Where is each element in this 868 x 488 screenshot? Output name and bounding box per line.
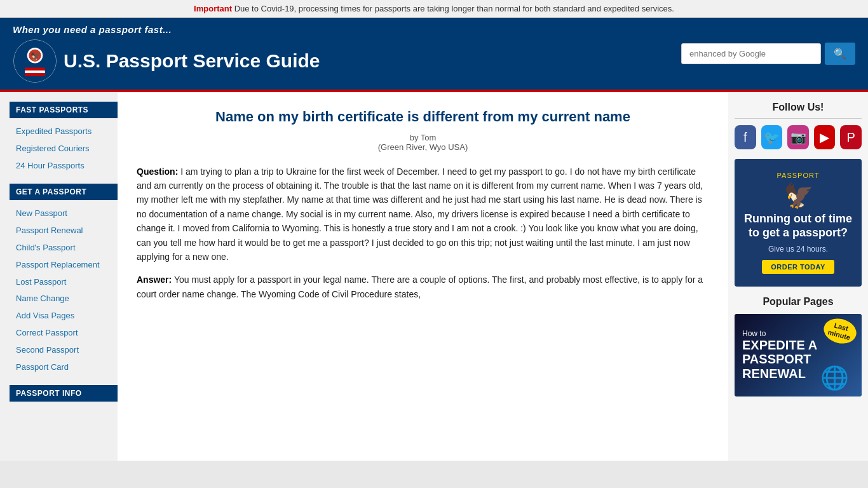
sidebar-item-name-change[interactable]: Name Change bbox=[10, 290, 118, 308]
alert-bar: Important Due to Covid-19, processing ti… bbox=[0, 0, 868, 18]
answer-text: You must apply for a passport in your le… bbox=[137, 274, 703, 299]
get-passport-title: GET A PASSPORT bbox=[10, 184, 118, 200]
social-icons: f 🐦 📷 ▶ P bbox=[735, 125, 862, 149]
article-byline: by Tom (Green River, Wyo USA) bbox=[137, 133, 709, 152]
popular-img-renewal-text: RENEWAL bbox=[742, 367, 806, 381]
twitter-icon[interactable]: 🐦 bbox=[761, 125, 783, 149]
site-tagline: When you need a passport fast... bbox=[13, 24, 172, 35]
article-title: Name on my birth certificate is differen… bbox=[137, 108, 709, 126]
article-question: Question: I am trying to plan a trip to … bbox=[137, 165, 709, 264]
instagram-icon[interactable]: 📷 bbox=[787, 125, 809, 149]
globe-icon: 🌐 bbox=[820, 365, 849, 391]
popular-img-expedite-text: EXPEDITE A bbox=[742, 338, 817, 352]
sidebar-item-registered-couriers[interactable]: Registered Couriers bbox=[10, 140, 118, 158]
sidebar-item-lost-passport[interactable]: Lost Passport bbox=[10, 274, 118, 291]
sidebar-item-passport-card[interactable]: Passport Card bbox=[10, 359, 118, 376]
left-sidebar: FAST PASSPORTS Expedited Passports Regis… bbox=[0, 92, 118, 461]
fast-passports-title: FAST PASSPORTS bbox=[10, 102, 118, 118]
search-area: 🔍 bbox=[681, 43, 855, 65]
passport-info-title: PASSPORT INFO bbox=[10, 385, 118, 402]
follow-divider bbox=[735, 118, 862, 119]
sidebar-item-add-visa-pages[interactable]: Add Visa Pages bbox=[10, 308, 118, 325]
search-icon: 🔍 bbox=[834, 48, 846, 59]
pinterest-icon[interactable]: P bbox=[840, 125, 862, 149]
popular-pages-title: Popular Pages bbox=[735, 296, 862, 308]
sidebar-item-correct-passport[interactable]: Correct Passport bbox=[10, 325, 118, 342]
sidebar-item-expedited-passports[interactable]: Expedited Passports bbox=[10, 123, 118, 140]
passport-info-section: PASSPORT INFO bbox=[10, 385, 118, 402]
search-button[interactable]: 🔍 bbox=[825, 43, 855, 65]
main-content: Name on my birth certificate is differen… bbox=[118, 92, 728, 461]
svg-rect-4 bbox=[25, 68, 45, 71]
sidebar-item-24-hour-passports[interactable]: 24 Hour Passports bbox=[10, 158, 118, 175]
alert-prefix: Important bbox=[194, 4, 232, 13]
sidebar-item-passport-replacement[interactable]: Passport Replacement bbox=[10, 257, 118, 274]
question-text: I am trying to plan a trip to Ukraine fo… bbox=[137, 166, 703, 262]
site-header: When you need a passport fast... 🦅 U.S. … bbox=[0, 18, 868, 90]
site-logo-icon: 🦅 bbox=[13, 39, 57, 83]
youtube-icon[interactable]: ▶ bbox=[814, 125, 836, 149]
ad-subheadline: Give us 24 hours. bbox=[744, 245, 852, 254]
header-left: When you need a passport fast... 🦅 U.S. … bbox=[13, 24, 320, 83]
us-seal-icon: 🦅 bbox=[744, 182, 852, 210]
byline-location: (Green River, Wyo USA) bbox=[137, 142, 709, 152]
alert-message: Due to Covid-19, processing times for pa… bbox=[234, 4, 674, 13]
svg-text:🦅: 🦅 bbox=[31, 51, 41, 62]
question-label: Question: bbox=[137, 166, 178, 177]
ad-passport-label: PASSPORT bbox=[744, 172, 852, 179]
popular-img-how-text: How to bbox=[742, 329, 766, 338]
answer-label: Answer: bbox=[137, 274, 172, 285]
byline-author: by Tom bbox=[137, 133, 709, 142]
svg-rect-5 bbox=[25, 71, 45, 73]
ad-cta-button[interactable]: ORDER TODAY bbox=[762, 260, 834, 274]
facebook-icon[interactable]: f bbox=[735, 125, 756, 149]
main-container: FAST PASSPORTS Expedited Passports Regis… bbox=[0, 92, 868, 461]
sidebar-item-second-passport[interactable]: Second Passport bbox=[10, 342, 118, 359]
sidebar-item-childs-passport[interactable]: Child's Passport bbox=[10, 240, 118, 257]
get-passport-section: GET A PASSPORT New Passport Passport Ren… bbox=[10, 184, 118, 376]
site-logo-text: U.S. Passport Service Guide bbox=[64, 50, 320, 72]
popular-img-passport-text: PASSPORT bbox=[742, 352, 811, 367]
ad-banner: PASSPORT 🦅 Running out of time to get a … bbox=[735, 159, 862, 287]
sidebar-item-passport-renewal[interactable]: Passport Renewal bbox=[10, 222, 118, 240]
article-body: Question: I am trying to plan a trip to … bbox=[137, 165, 709, 302]
right-sidebar: Follow Us! f 🐦 📷 ▶ P PASSPORT 🦅 Running … bbox=[728, 92, 868, 461]
search-input[interactable] bbox=[681, 43, 821, 64]
follow-us-title: Follow Us! bbox=[735, 102, 862, 113]
ad-headline: Running out of time to get a passport? bbox=[744, 212, 852, 240]
logo-area: 🦅 U.S. Passport Service Guide bbox=[13, 39, 320, 83]
article-answer: Answer: You must apply for a passport in… bbox=[137, 273, 709, 301]
sidebar-item-new-passport[interactable]: New Passport bbox=[10, 205, 118, 222]
popular-pages-image[interactable]: How to EXPEDITE A PASSPORT RENEWAL Lastm… bbox=[735, 314, 862, 396]
fast-passports-section: FAST PASSPORTS Expedited Passports Regis… bbox=[10, 102, 118, 174]
svg-rect-6 bbox=[25, 73, 45, 76]
